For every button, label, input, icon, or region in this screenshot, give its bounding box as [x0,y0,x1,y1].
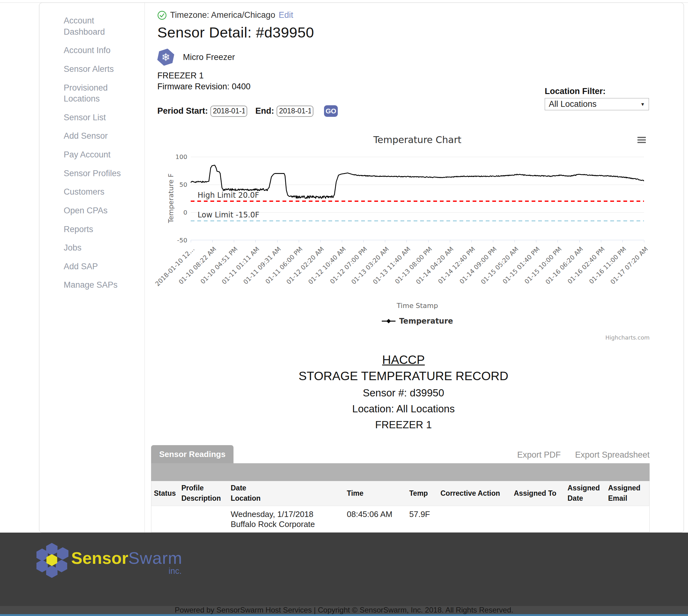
sidebar: Account DashboardAccount InfoSensor Aler… [39,3,145,532]
sidebar-item-sensor-profiles[interactable]: Sensor Profiles [64,168,134,179]
sensor-type-row: ❄ Micro Freezer [157,48,649,66]
highcharts-credit[interactable]: Highcharts.com [605,334,649,341]
column-header-corrective-action: Corrective Action [438,481,511,506]
main-card: Account DashboardAccount InfoSensor Aler… [39,2,684,533]
haccp-subtitle: STORAGE TEMPERATURE RECORD [157,369,649,383]
logo-hex-center [46,554,58,566]
sidebar-item-sensor-alerts[interactable]: Sensor Alerts [64,64,134,75]
sensor-readings-tab[interactable]: Sensor Readings [151,445,233,463]
table-cell [438,506,511,532]
x-axis-label: 01-11 01:11 AM [221,245,261,286]
table-body: Wednesday, 1/17/2018Buffalo Rock Corpora… [151,506,649,533]
x-axis-tick [514,240,515,242]
table-row: Wednesday, 1/17/2018Buffalo Rock Corpora… [152,506,649,532]
location-filter-label: Location Filter: [545,87,649,96]
x-axis-label: 01-11 09:31 AM [242,245,282,286]
x-axis-label: 01-17 07:20 AM [609,245,649,286]
period-end-input[interactable] [277,106,314,117]
sidebar-item-customers[interactable]: Customers [64,186,134,198]
table-cell: 57.9F [407,506,438,532]
go-button[interactable]: GO [324,105,338,117]
export-spreadsheet-link[interactable]: Export Spreadsheet [575,450,649,460]
x-axis-tick [493,240,493,242]
x-axis-label: 01-10 04:51 PM [199,245,239,286]
hex-flower-logo-icon [35,543,69,577]
timezone-label: Timezone: America/Chicago [170,10,275,20]
logo-hex-petal [57,547,69,560]
haccp-sensor-number: Sensor #: d39950 [157,387,649,399]
copyright-text: Powered by SensorSwarm Host Services | C… [175,606,513,614]
snowflake-icon: ❄ [156,47,176,67]
chart-title: Temperature Chart [191,134,644,145]
chart-plot-area: High Limit 20.0FLow Limit -15.0F2018-01-… [191,157,644,240]
period-start-label: Period Start: [157,106,208,116]
column-header-profile: ProfileDescription [179,481,228,506]
x-axis-tick [363,240,364,242]
column-header-status: Status [152,481,179,506]
footer-accent-line [0,614,688,616]
x-axis-tick [644,240,644,242]
sidebar-item-add-sensor[interactable]: Add Sensor [64,131,134,142]
x-axis-label: 01-16 06:20 AM [544,245,585,286]
x-axis-label: 01-12 07:00 PM [329,245,369,286]
sidebar-item-provisioned-locations[interactable]: Provisioned Locations [64,83,134,105]
x-axis-label: 01-16 02:40 PM [566,245,606,286]
x-axis-label: 01-14 04:20 AM [415,245,455,286]
haccp-freezer: FREEZER 1 [157,419,649,431]
sidebar-item-pay-account[interactable]: Pay Account [64,149,134,160]
y-axis-label: 100 [157,153,187,160]
x-axis-label: 01-15 05:20 AM [479,245,520,286]
chart-menu-icon[interactable] [636,136,647,146]
x-axis-label: 2018-01-10 12… [154,245,196,288]
legend-label: Temperature [399,317,453,326]
chart-legend-temperature[interactable]: Temperature [191,317,644,326]
page-title: Sensor Detail: #d39950 [157,24,649,41]
sidebar-item-add-sap[interactable]: Add SAP [64,261,134,272]
location-filter-value: All Locations [549,99,597,109]
x-axis-label: 01-14 09:00 PM [458,245,498,286]
column-header-assigned-to: Assigned To [511,481,565,506]
x-axis-label: 01-13 08:00 PM [393,245,434,286]
location-filter: Location Filter: All Locations ▼ [545,87,649,110]
sensor-type-label: Micro Freezer [183,52,235,62]
timezone-edit-link[interactable]: Edit [279,10,293,20]
x-axis-tick [320,240,321,242]
logo-text-inc: inc. [168,566,182,576]
column-header-date: DateLocation [228,481,344,506]
temperature-chart: Temperature Chart Temperature F 100500-5… [157,134,649,344]
sensor-name: FREEZER 1 [157,71,649,81]
column-header-time: Time [344,481,407,506]
sidebar-item-account-info[interactable]: Account Info [64,45,134,56]
haccp-title: HACCP [382,353,425,367]
timezone-row: Timezone: America/Chicago Edit [157,10,649,20]
table-cell [565,506,605,532]
x-axis-label: 01-14 12:40 PM [436,245,477,286]
x-axis-label: 01-15 01:40 PM [501,245,542,286]
x-axis-label: 01-12 02:20 AM [285,245,326,286]
x-axis-tick [299,240,299,242]
cell-date-location: Wednesday, 1/17/2018Buffalo Rock Corpora… [228,506,344,532]
sidebar-item-account-dashboard[interactable]: Account Dashboard [64,15,134,38]
sidebar-item-jobs[interactable]: Jobs [64,242,134,254]
sensorswarm-logo: SensorSwarm inc. [35,543,182,577]
x-axis-tick [450,240,450,242]
logo-text-swarm: Swarm [128,549,182,567]
chart-x-axis-title: Time Stamp [191,302,644,310]
export-pdf-link[interactable]: Export PDF [517,450,561,460]
period-start-input[interactable] [210,106,247,117]
footer-copyright-strip: Powered by SensorSwarm Host Services | C… [0,606,688,614]
legend-marker-icon [382,318,395,324]
sidebar-item-sensor-list[interactable]: Sensor List [64,112,134,124]
x-axis-label: 01-16 11:00 PM [588,245,628,286]
sidebar-item-reports[interactable]: Reports [64,224,134,235]
sidebar-item-manage-saps[interactable]: Manage SAPs [64,280,134,291]
x-axis-tick [557,240,558,242]
sensor-readings-section: Export PDF Export Spreadsheet Sensor Rea… [151,445,649,533]
check-circle-icon [157,10,167,20]
dropdown-arrow-icon: ▼ [640,102,645,107]
period-end-label: End: [255,106,274,116]
haccp-location: Location: All Locations [157,403,649,415]
location-filter-select[interactable]: All Locations ▼ [545,98,649,110]
sidebar-item-open-cpas[interactable]: Open CPAs [64,205,134,217]
x-axis-tick [255,240,256,242]
